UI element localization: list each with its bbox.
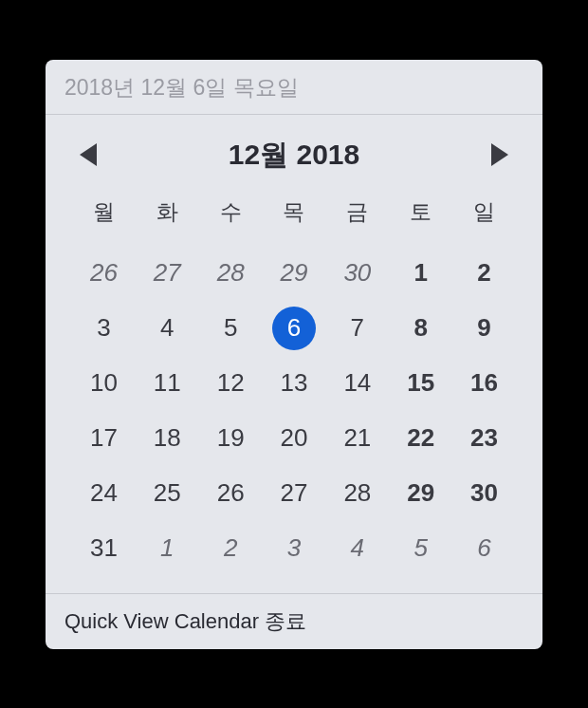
day-cell[interactable]: 6 xyxy=(263,301,326,356)
day-cell[interactable]: 1 xyxy=(136,521,199,576)
day-cell[interactable]: 27 xyxy=(263,466,326,521)
day-cell[interactable]: 25 xyxy=(136,466,199,521)
day-cell[interactable]: 11 xyxy=(136,356,199,411)
prev-month-icon[interactable] xyxy=(80,143,97,166)
day-cell[interactable]: 1 xyxy=(389,246,452,301)
days-grid: 2627282930123456789101112131415161718192… xyxy=(72,246,516,576)
day-cell[interactable]: 28 xyxy=(325,466,389,521)
day-cell[interactable]: 14 xyxy=(325,356,389,411)
day-cell[interactable]: 24 xyxy=(72,466,136,521)
weekday-wed: 수 xyxy=(199,190,263,234)
day-cell[interactable]: 2 xyxy=(199,521,263,576)
day-cell[interactable]: 10 xyxy=(72,356,136,411)
day-cell[interactable]: 28 xyxy=(199,246,263,301)
weekday-sun: 일 xyxy=(452,190,516,234)
weekday-mon: 월 xyxy=(72,190,136,234)
day-cell[interactable]: 19 xyxy=(199,411,263,466)
day-cell[interactable]: 16 xyxy=(452,356,516,411)
day-cell[interactable]: 17 xyxy=(72,411,136,466)
day-cell[interactable]: 12 xyxy=(199,356,263,411)
calendar-popup: 2018년 12월 6일 목요일 12월 2018 월 화 수 목 금 토 일 … xyxy=(46,60,542,649)
day-cell[interactable]: 15 xyxy=(389,356,452,411)
day-cell[interactable]: 13 xyxy=(263,356,326,411)
weekday-header-row: 월 화 수 목 금 토 일 xyxy=(72,190,516,234)
day-cell[interactable]: 27 xyxy=(136,246,199,301)
day-cell[interactable]: 30 xyxy=(325,246,389,301)
day-cell[interactable]: 18 xyxy=(136,411,199,466)
day-cell[interactable]: 8 xyxy=(389,301,452,356)
weekday-tue: 화 xyxy=(136,190,199,234)
day-cell[interactable]: 29 xyxy=(389,466,452,521)
day-cell[interactable]: 3 xyxy=(72,301,136,356)
month-navigation: 12월 2018 xyxy=(46,115,542,190)
weekday-fri: 금 xyxy=(325,190,389,234)
day-cell[interactable]: 22 xyxy=(389,411,452,466)
day-cell[interactable]: 7 xyxy=(325,301,389,356)
day-cell[interactable]: 5 xyxy=(389,521,452,576)
day-cell[interactable]: 29 xyxy=(263,246,326,301)
day-cell[interactable]: 5 xyxy=(199,301,263,356)
day-cell[interactable]: 2 xyxy=(452,246,516,301)
day-cell[interactable]: 9 xyxy=(452,301,516,356)
day-cell[interactable]: 23 xyxy=(452,411,516,466)
day-cell[interactable]: 6 xyxy=(452,521,516,576)
weekday-thu: 목 xyxy=(263,190,326,234)
calendar-grid: 월 화 수 목 금 토 일 26272829301234567891011121… xyxy=(46,190,542,593)
day-cell[interactable]: 26 xyxy=(72,246,136,301)
day-cell[interactable]: 3 xyxy=(263,521,326,576)
header-full-date: 2018년 12월 6일 목요일 xyxy=(46,60,542,115)
quit-button[interactable]: Quick View Calendar 종료 xyxy=(46,593,542,649)
next-month-icon[interactable] xyxy=(491,143,508,166)
day-cell[interactable]: 4 xyxy=(136,301,199,356)
day-cell[interactable]: 20 xyxy=(263,411,326,466)
day-cell[interactable]: 31 xyxy=(72,521,136,576)
day-cell[interactable]: 26 xyxy=(199,466,263,521)
day-cell[interactable]: 4 xyxy=(325,521,389,576)
weekday-sat: 토 xyxy=(389,190,452,234)
day-cell[interactable]: 21 xyxy=(325,411,389,466)
day-cell[interactable]: 30 xyxy=(452,466,516,521)
month-title[interactable]: 12월 2018 xyxy=(229,136,359,175)
